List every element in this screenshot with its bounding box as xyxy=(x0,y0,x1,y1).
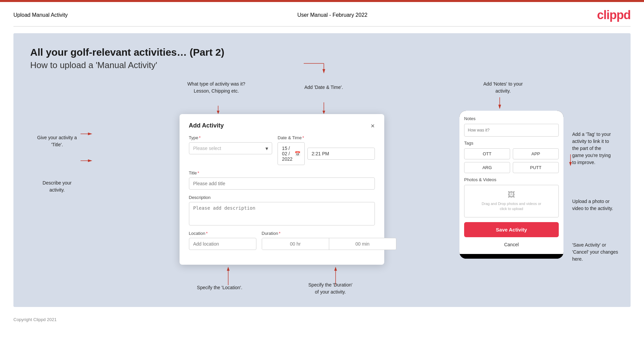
notes-callout: Add 'Notes' to your activity. xyxy=(466,81,540,95)
svg-marker-5 xyxy=(227,267,230,271)
section-title: All your golf-relevant activities… (Part… xyxy=(30,47,614,58)
phone-and-annotation: Notes Tags OTT APP ARG PUTT xyxy=(459,111,614,259)
tags-callout: Add a 'Tag' to your activity to link it … xyxy=(572,131,639,166)
type-group: Type* Please select xyxy=(189,135,273,165)
right-phone-area: Add 'Notes' to your activity. xyxy=(459,81,614,297)
duration-callout: Specify the 'Duration' of your activity. xyxy=(294,281,367,296)
duration-wrapper xyxy=(262,238,396,250)
save-callout: 'Save Activity' or 'Cancel' your changes… xyxy=(572,242,639,263)
calendar-icon: 📅 xyxy=(295,151,300,156)
datetime-wrapper: 15 / 02 / 2022 📅 xyxy=(278,142,375,165)
notes-label: Notes xyxy=(464,116,559,121)
modal-title: Add Activity xyxy=(189,122,224,129)
copyright: Copyright Clippd 2021 xyxy=(13,317,57,322)
photo-upload-box[interactable]: 🖼 Drag and Drop photos and videos or cli… xyxy=(464,185,559,217)
type-label: Type* xyxy=(189,135,273,140)
right-annotation-texts: Add a 'Tag' to your activity to link it … xyxy=(569,111,614,259)
phone-bottom-bar xyxy=(459,254,563,259)
header-center: User Manual - February 2022 xyxy=(297,12,367,18)
description-group: Description xyxy=(189,195,375,225)
photo-icon: 🖼 xyxy=(468,191,555,199)
tag-ott[interactable]: OTT xyxy=(464,148,510,159)
datetime-callout: Add 'Date & Time'. xyxy=(294,84,354,91)
description-input[interactable] xyxy=(189,202,375,225)
datetime-label: Date & Time* xyxy=(278,135,375,140)
tag-app[interactable]: APP xyxy=(513,148,559,159)
location-label: Location* xyxy=(189,231,256,236)
page: Upload Manual Activity User Manual - Feb… xyxy=(0,0,644,325)
location-callout: Specify the 'Location'. xyxy=(186,284,253,291)
svg-marker-3 xyxy=(323,111,325,114)
duration-group: Duration* xyxy=(262,231,396,250)
modal-area: What type of activity was it? Lesson, Ch… xyxy=(104,81,459,297)
type-callout: What type of activity was it? Lesson, Ch… xyxy=(183,81,250,95)
svg-marker-1 xyxy=(217,111,219,114)
header-left: Upload Manual Activity xyxy=(13,12,68,18)
title-input[interactable] xyxy=(189,177,375,190)
close-button[interactable]: × xyxy=(371,122,375,129)
notes-callout-area: Add 'Notes' to your activity. xyxy=(459,81,614,111)
content-layout: Give your activity a 'Title'. Describe y… xyxy=(30,81,614,297)
footer: Copyright Clippd 2021 xyxy=(0,314,644,325)
form-row-4: Location* Duration* xyxy=(189,231,375,250)
tag-putt[interactable]: PUTT xyxy=(513,162,559,173)
phone-inner: Notes Tags OTT APP ARG PUTT xyxy=(459,111,563,254)
photo-upload-text: Drag and Drop photos and videos or click… xyxy=(468,201,555,212)
duration-min-input[interactable] xyxy=(329,238,396,250)
type-select[interactable]: Please select xyxy=(189,142,273,154)
add-activity-modal: Add Activity × Type* Please select xyxy=(180,114,384,265)
location-group: Location* xyxy=(189,231,256,250)
tags-label: Tags xyxy=(464,141,559,146)
main-content: All your golf-relevant activities… (Part… xyxy=(13,33,631,307)
top-annotations: What type of activity was it? Lesson, Ch… xyxy=(180,81,384,114)
title-callout: Give your activity a 'Title'. xyxy=(30,134,84,148)
duration-hr-input[interactable] xyxy=(262,238,329,250)
tag-arg[interactable]: ARG xyxy=(464,162,510,173)
header-divider xyxy=(13,26,631,27)
datetime-group: Date & Time* 15 / 02 / 2022 📅 xyxy=(278,135,375,165)
bottom-annotations: Specify the 'Location'. Specify the 'Dur… xyxy=(180,267,384,297)
location-input[interactable] xyxy=(189,238,256,250)
date-field[interactable]: 15 / 02 / 2022 📅 xyxy=(278,142,304,165)
section-subtitle: How to upload a 'Manual Activity' xyxy=(30,60,614,70)
description-callout: Describe your activity. xyxy=(30,179,84,194)
logo: clippd xyxy=(597,8,631,22)
description-label: Description xyxy=(189,195,375,200)
time-field[interactable] xyxy=(307,148,375,160)
phone-mockup: Notes Tags OTT APP ARG PUTT xyxy=(459,111,563,259)
duration-label: Duration* xyxy=(262,231,396,236)
cancel-button[interactable]: Cancel xyxy=(464,241,559,249)
tags-grid: OTT APP ARG PUTT xyxy=(464,148,559,173)
save-activity-button[interactable]: Save Activity xyxy=(464,222,559,237)
notes-input[interactable] xyxy=(464,124,559,137)
type-select-wrapper: Please select xyxy=(189,142,273,154)
form-row-1: Type* Please select Date & Time* xyxy=(189,135,375,165)
svg-marker-13 xyxy=(569,162,572,166)
title-label: Title* xyxy=(189,170,375,175)
phone-screen: Notes Tags OTT APP ARG PUTT xyxy=(459,111,563,254)
svg-marker-8 xyxy=(334,267,337,271)
modal-header: Add Activity × xyxy=(189,122,375,129)
title-group: Title* xyxy=(189,170,375,190)
header: Upload Manual Activity User Manual - Feb… xyxy=(0,2,644,26)
svg-marker-11 xyxy=(498,105,501,109)
photos-label: Photos & Videos xyxy=(464,177,559,182)
left-annotations: Give your activity a 'Title'. Describe y… xyxy=(30,81,104,297)
photos-callout: Upload a photo or video to the activity. xyxy=(572,198,636,212)
